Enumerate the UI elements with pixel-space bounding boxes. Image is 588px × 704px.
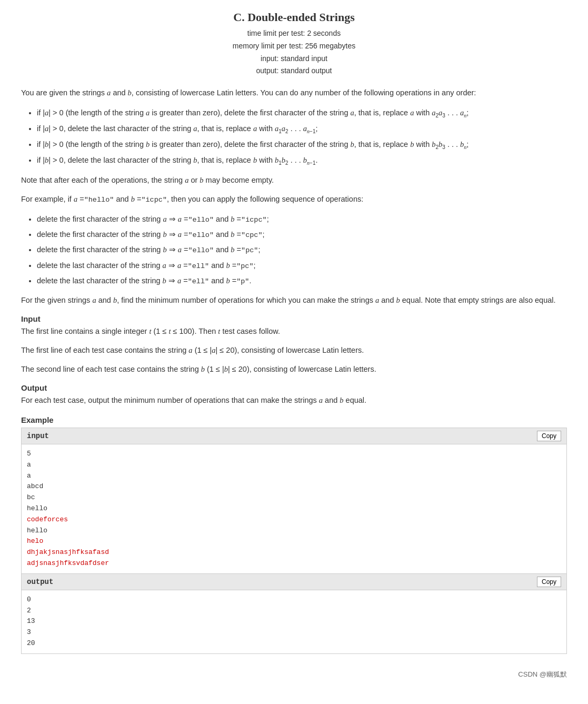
io-wrapper: input Copy 5 a a abcd bc hello codeforce… — [21, 428, 567, 654]
output-line-3: 13 — [27, 616, 561, 627]
ex-op-4: delete the last character of the string … — [37, 259, 567, 273]
input-line-4: abcd — [27, 481, 561, 492]
time-limit: time limit per test: 2 seconds — [21, 27, 567, 40]
input-desc-3: The second line of each test case contai… — [21, 363, 567, 376]
op-3: if |b| > 0 (the length of the string b i… — [37, 137, 567, 152]
op-4: if |b| > 0, delete the last character of… — [37, 153, 567, 168]
input-block-body: 5 a a abcd bc hello codeforces hello hel… — [22, 444, 566, 573]
input-type: input: standard input — [21, 53, 567, 65]
example-label: Example — [21, 415, 567, 424]
memory-limit: memory limit per test: 256 megabytes — [21, 40, 567, 53]
input-line-6: hello — [27, 503, 561, 514]
input-line-10: dhjakjsnasjhfksafasd — [27, 547, 561, 558]
op-1: if |a| > 0 (the length of the string a i… — [37, 106, 567, 121]
input-block: input Copy 5 a a abcd bc hello codeforce… — [21, 428, 567, 574]
output-line-1: 0 — [27, 594, 561, 606]
output-block: output Copy 0 2 13 3 20 — [21, 574, 567, 654]
input-block-header: input Copy — [22, 428, 566, 444]
page-title: C. Double-ended Strings — [21, 11, 567, 24]
example-ops-list: delete the first character of the string… — [37, 212, 567, 288]
input-line-11: adjsnasjhfksvdafdser — [27, 558, 561, 569]
input-desc-2: The first line of each test case contain… — [21, 344, 567, 357]
ex-op-2: delete the first character of the string… — [37, 227, 567, 242]
input-desc-1: The first line contains a single integer… — [21, 325, 567, 338]
input-line-8: hello — [27, 525, 561, 537]
example-intro: For example, if a ="hello" and b ="icpc"… — [21, 193, 567, 206]
output-line-2: 2 — [27, 606, 561, 617]
output-section-title: Output — [21, 383, 567, 392]
output-line-4: 3 — [27, 627, 561, 638]
input-line-3: a — [27, 471, 561, 482]
output-block-body: 0 2 13 3 20 — [22, 590, 566, 653]
input-line-1: 5 — [27, 449, 561, 460]
input-block-label: input — [27, 432, 49, 440]
problem-intro: You are given the strings a and b, consi… — [21, 87, 567, 100]
output-block-header: output Copy — [22, 574, 566, 590]
output-block-label: output — [27, 578, 53, 586]
input-line-9: helo — [27, 536, 561, 547]
operations-list: if |a| > 0 (the length of the string a i… — [37, 106, 567, 168]
copy-output-button[interactable]: Copy — [537, 577, 561, 587]
ex-op-1: delete the first character of the string… — [37, 212, 567, 226]
input-line-2: a — [27, 460, 561, 471]
output-type: output: standard output — [21, 65, 567, 77]
footer-credit: CSDN @幽狐默 — [21, 670, 567, 679]
op-2: if |a| > 0, delete the last character of… — [37, 122, 567, 136]
input-section-title: Input — [21, 314, 567, 323]
input-line-7: codeforces — [27, 514, 561, 525]
problem-question: For the given strings a and b, find the … — [21, 294, 567, 307]
ex-op-3: delete the first character of the string… — [37, 243, 567, 257]
output-line-5: 20 — [27, 638, 561, 649]
meta-info: time limit per test: 2 seconds memory li… — [21, 27, 567, 77]
copy-input-button[interactable]: Copy — [537, 431, 561, 441]
input-line-5: bc — [27, 492, 561, 503]
ex-op-5: delete the last character of the string … — [37, 274, 567, 288]
output-desc: For each test case, output the minimum n… — [21, 394, 567, 407]
note-empty: Note that after each of the operations, … — [21, 174, 567, 187]
